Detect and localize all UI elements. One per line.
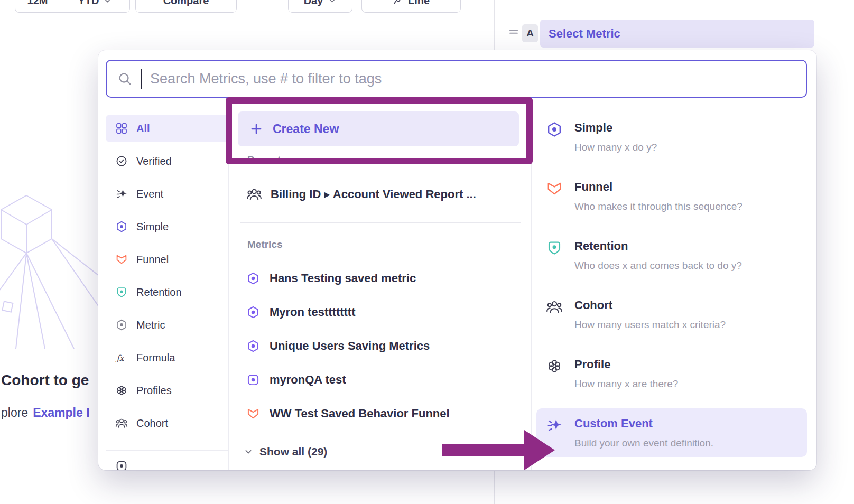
select-metric-field[interactable]: Select Metric xyxy=(540,20,814,48)
grid-icon xyxy=(115,122,128,135)
range-ytd-button[interactable]: YTD xyxy=(60,0,129,12)
metrics-section-label: Metrics xyxy=(247,239,283,250)
flower-icon xyxy=(546,358,563,375)
metric-type-option[interactable]: Profile How many x are there? xyxy=(536,349,807,398)
sidebar-filter-item[interactable]: Retention xyxy=(106,278,228,306)
sidebar-filter-label: Retention xyxy=(136,286,182,298)
sidebar-filter-label: Funnel xyxy=(136,254,169,266)
sidebar-filter-label: Metric xyxy=(136,319,165,331)
hexagon-icon xyxy=(115,220,128,233)
chevron-down-icon xyxy=(103,0,112,5)
compare-button[interactable]: Compare xyxy=(135,0,237,13)
metric-type-description: Who does x and comes back to do y? xyxy=(574,260,742,272)
sidebar-filter-item[interactable]: All xyxy=(106,115,228,142)
metric-type-description: How many x do y? xyxy=(574,142,657,153)
saved-metric-label: WW Test Saved Behavior Funnel xyxy=(270,407,450,421)
range-12m-label: 12M xyxy=(27,0,48,7)
metric-type-description: How many x are there? xyxy=(574,378,678,390)
sparkle-icon xyxy=(115,188,128,200)
sidebar-partial-item-icon[interactable] xyxy=(115,460,128,470)
shield-icon xyxy=(546,239,563,256)
sidebar-filter-label: All xyxy=(136,123,150,135)
saved-metrics-list: Hans Testing saved metric Myron testtttt… xyxy=(246,266,521,435)
metric-type-description: Build your own event definition. xyxy=(574,437,713,449)
sidebar-filter-label: Profiles xyxy=(136,385,172,397)
filter-sidebar: All Verified Event Simple Funnel Retenti… xyxy=(106,115,228,442)
screen: 12M YTD Compare Day Line A Select Metric… xyxy=(0,0,854,504)
metric-type-title: Profile xyxy=(574,357,678,372)
create-new-label: Create New xyxy=(273,122,339,136)
metric-type-option[interactable]: Custom Event Build your own event defini… xyxy=(536,408,807,457)
text-caret xyxy=(141,69,142,89)
sidebar-filter-item[interactable]: ƒx Formula xyxy=(106,344,228,371)
saved-metric-item[interactable]: WW Test Saved Behavior Funnel xyxy=(246,401,521,426)
recent-item-label: Billing ID ▸ Account Viewed Report ... xyxy=(271,188,476,201)
show-all-toggle[interactable]: Show all (29) xyxy=(243,445,327,458)
metric-type-description: How many users match x criteria? xyxy=(574,319,726,331)
empty-state-title: Cohort to ge xyxy=(1,372,89,389)
recents-list: Billing ID ▸ Account Viewed Report ... xyxy=(246,182,521,207)
drag-handle-icon[interactable] xyxy=(507,25,520,38)
hexagon-icon xyxy=(246,272,260,285)
create-new-button[interactable]: Create New xyxy=(238,111,519,146)
saved-metric-label: Unique Users Saving Metrics xyxy=(270,339,430,353)
sidebar-filter-item[interactable]: Funnel xyxy=(106,246,228,273)
example-report-link[interactable]: Example I xyxy=(33,406,89,420)
metric-type-description: Who makes it through this sequence? xyxy=(574,201,742,212)
metric-type-option[interactable]: Simple How many x do y? xyxy=(536,113,807,161)
date-range-control: 12M YTD xyxy=(15,0,130,13)
funnel-icon xyxy=(546,180,563,197)
range-12m-button[interactable]: 12M xyxy=(15,0,60,12)
sidebar-filter-item[interactable]: Event xyxy=(106,180,228,208)
squircle-icon xyxy=(246,373,260,387)
sidebar-filter-label: Simple xyxy=(136,221,169,233)
formula-icon: ƒx xyxy=(115,351,128,364)
chart-type-label: Line xyxy=(408,0,430,7)
empty-state-subtitle: plore Example I xyxy=(1,406,90,420)
recents-section-label: Recents xyxy=(247,154,286,166)
metric-type-option[interactable]: Cohort How many users match x criteria? xyxy=(536,290,807,339)
metric-type-title: Simple xyxy=(574,120,657,136)
sidebar-filter-item[interactable]: Profiles xyxy=(106,377,228,404)
hexagon-icon xyxy=(546,121,563,138)
saved-metric-item[interactable]: Myron testttttttt xyxy=(246,300,521,325)
verified-icon xyxy=(115,155,128,167)
column-divider xyxy=(531,109,532,470)
sidebar-filter-item[interactable]: Simple xyxy=(106,213,228,240)
section-divider xyxy=(240,222,521,223)
chart-type-line-button[interactable]: Line xyxy=(361,0,461,13)
saved-metric-item[interactable]: Hans Testing saved metric xyxy=(246,266,521,291)
sidebar-filter-item[interactable]: Metric xyxy=(106,311,228,339)
select-metric-label: Select Metric xyxy=(549,27,620,41)
metric-type-title: Retention xyxy=(574,238,742,254)
hexagon-icon xyxy=(115,319,128,331)
sidebar-filter-label: Event xyxy=(136,188,163,200)
funnel-icon xyxy=(115,253,128,266)
metric-type-option[interactable]: Retention Who does x and comes back to d… xyxy=(536,231,807,279)
saved-metric-label: myronQA test xyxy=(270,373,346,387)
people-icon xyxy=(115,417,128,430)
sidebar-filter-item[interactable]: Cohort xyxy=(106,409,228,437)
sidebar-filter-item[interactable]: Verified xyxy=(106,147,228,175)
funnel-icon xyxy=(246,407,260,421)
sparkle-icon xyxy=(546,417,563,434)
metric-type-title: Cohort xyxy=(574,297,726,313)
sidebar-filter-label: Formula xyxy=(136,352,175,364)
recent-item[interactable]: Billing ID ▸ Account Viewed Report ... xyxy=(246,182,521,207)
saved-metric-item[interactable]: Unique Users Saving Metrics xyxy=(246,333,521,359)
metric-type-option[interactable]: Funnel Who makes it through this sequenc… xyxy=(536,172,807,220)
metrics-column: Create New Recents Billing ID ▸ Account … xyxy=(228,50,531,470)
metric-type-title: Custom Event xyxy=(574,416,713,432)
people-icon xyxy=(546,298,563,315)
hexagon-icon xyxy=(246,339,260,353)
flower-icon xyxy=(115,384,128,397)
series-a-label: A xyxy=(526,27,534,39)
people-icon xyxy=(246,186,262,202)
saved-metric-item[interactable]: myronQA test xyxy=(246,367,521,393)
granularity-day-button[interactable]: Day xyxy=(288,0,352,13)
chevron-down-icon xyxy=(243,446,254,457)
decorative-wireframe xyxy=(0,174,103,349)
compare-label: Compare xyxy=(163,0,209,7)
saved-metric-label: Myron testttttttt xyxy=(270,305,356,319)
series-a-badge: A xyxy=(522,24,538,42)
